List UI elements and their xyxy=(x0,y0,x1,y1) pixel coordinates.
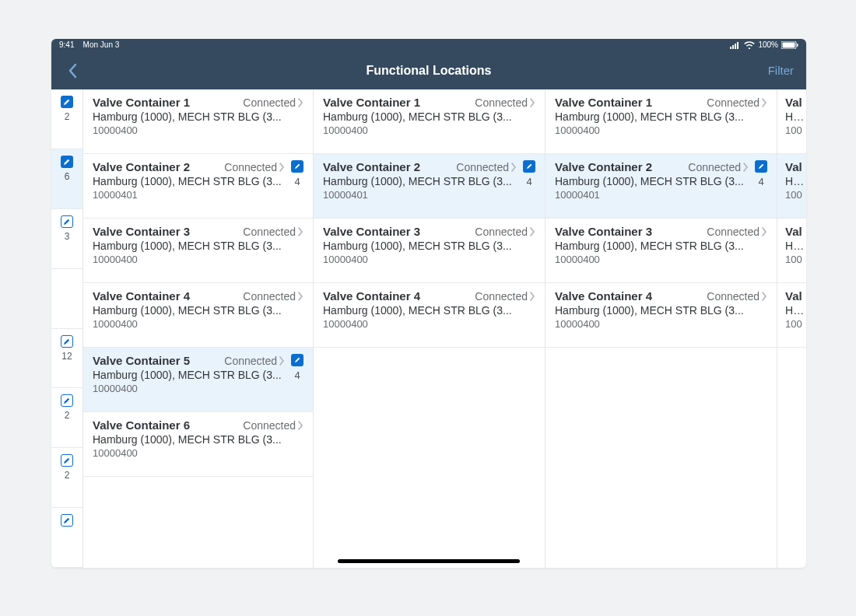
item-status-text: Connected xyxy=(243,419,296,432)
item-subtitle: Ham xyxy=(785,110,806,123)
edit-icon xyxy=(61,454,73,467)
list-item[interactable]: ValHam100 xyxy=(777,154,806,219)
item-title: Val xyxy=(785,96,806,109)
item-subtitle: Hamburg (1000), MECH STR BLG (3... xyxy=(93,369,303,381)
badge-count: 4 xyxy=(758,176,763,187)
filter-button[interactable]: Filter xyxy=(768,64,794,77)
item-status-text: Connected xyxy=(456,161,509,173)
item-subtitle: Hamburg (1000), MECH STR BLG (3... xyxy=(323,304,535,317)
sidebar-item-2[interactable]: 3 xyxy=(51,209,82,269)
item-title: Valve Container 3 xyxy=(323,225,470,238)
status-time: 9:41 xyxy=(59,40,74,49)
item-status: Connected xyxy=(243,96,303,109)
item-status-text: Connected xyxy=(707,96,760,109)
item-status: Connected xyxy=(243,419,303,432)
item-id: 10000400 xyxy=(93,447,303,459)
chevron-right-icon xyxy=(279,163,285,172)
pane-2: Valve Container 1ConnectedHamburg (1000)… xyxy=(546,89,777,568)
item-title: Valve Container 1 xyxy=(93,96,238,109)
chevron-right-icon xyxy=(297,98,303,107)
list-item[interactable]: Valve Container 1ConnectedHamburg (1000)… xyxy=(83,89,313,154)
item-title: Val xyxy=(785,289,806,303)
list-item[interactable]: Valve Container 2ConnectedHamburg (1000)… xyxy=(546,154,777,219)
status-date: Mon Jun 3 xyxy=(83,40,120,49)
sidebar-item-6[interactable]: 2 xyxy=(51,448,82,508)
chevron-right-icon xyxy=(529,227,535,236)
svg-rect-6 xyxy=(797,44,798,47)
item-badge: 4 xyxy=(291,160,303,187)
item-title: Valve Container 2 xyxy=(323,160,451,173)
item-title: Valve Container 2 xyxy=(555,160,683,173)
edit-icon xyxy=(61,96,73,108)
list-item[interactable]: Valve Container 2ConnectedHamburg (1000)… xyxy=(314,154,545,219)
svg-rect-2 xyxy=(735,44,736,49)
list-item[interactable]: Valve Container 2ConnectedHamburg (1000)… xyxy=(83,154,313,219)
edit-icon xyxy=(61,156,73,168)
item-subtitle: Hamburg (1000), MECH STR BLG (3... xyxy=(93,110,303,123)
list-item[interactable]: Valve Container 6ConnectedHamburg (1000)… xyxy=(83,412,313,477)
item-status-text: Connected xyxy=(243,290,296,303)
edit-icon xyxy=(61,394,73,407)
item-id: 10000400 xyxy=(555,318,767,330)
status-right: 100% xyxy=(730,39,798,51)
sidebar-item-5[interactable]: 2 xyxy=(51,388,82,448)
item-title: Valve Container 6 xyxy=(93,418,238,432)
item-subtitle: Ham xyxy=(785,304,806,317)
edit-icon xyxy=(61,514,73,527)
chevron-right-icon xyxy=(529,98,535,107)
item-title: Valve Container 4 xyxy=(323,289,470,303)
chevron-right-icon xyxy=(529,292,535,301)
list-item[interactable]: Valve Container 4ConnectedHamburg (1000)… xyxy=(314,283,545,348)
chevron-right-icon xyxy=(761,98,767,107)
item-subtitle: Hamburg (1000), MECH STR BLG (3... xyxy=(555,240,767,252)
item-status-text: Connected xyxy=(688,161,741,173)
item-id: 10000401 xyxy=(93,189,303,201)
chevron-right-icon xyxy=(279,356,285,366)
wifi-icon xyxy=(744,41,755,49)
chevron-right-icon xyxy=(761,227,767,236)
sidebar-count: 3 xyxy=(65,231,70,242)
item-status: Connected xyxy=(224,355,285,367)
item-id: 10000400 xyxy=(93,124,303,136)
item-title: Valve Container 2 xyxy=(93,160,219,173)
item-title: Valve Container 3 xyxy=(93,225,238,238)
svg-rect-0 xyxy=(730,47,731,49)
item-id: 100 xyxy=(785,124,806,136)
item-status: Connected xyxy=(243,226,303,238)
item-subtitle: Hamburg (1000), MECH STR BLG (3... xyxy=(555,175,767,187)
list-item[interactable]: ValHam100 xyxy=(777,89,806,154)
item-id: 10000400 xyxy=(93,318,303,330)
page-title: Functional Locations xyxy=(367,64,492,78)
list-item[interactable]: ValHam100 xyxy=(777,219,806,283)
list-item[interactable]: Valve Container 4ConnectedHamburg (1000)… xyxy=(83,283,313,348)
svg-rect-3 xyxy=(737,42,738,49)
sidebar-item-3[interactable] xyxy=(51,269,82,329)
item-status: Connected xyxy=(707,290,767,303)
item-id: 10000401 xyxy=(555,189,767,201)
list-item[interactable]: Valve Container 5ConnectedHamburg (1000)… xyxy=(83,348,313,412)
item-id: 100 xyxy=(785,189,806,201)
item-title: Val xyxy=(785,225,806,238)
content: 2631222 Valve Container 1ConnectedHambur… xyxy=(51,89,806,568)
list-item[interactable]: Valve Container 1ConnectedHamburg (1000)… xyxy=(314,89,545,154)
list-item[interactable]: Valve Container 1ConnectedHamburg (1000)… xyxy=(546,89,777,154)
list-item[interactable]: ValHam100 xyxy=(777,283,806,348)
item-status: Connected xyxy=(688,161,749,173)
sidebar-item-7[interactable] xyxy=(51,508,82,568)
item-id: 10000400 xyxy=(323,318,535,330)
item-status-text: Connected xyxy=(475,226,528,238)
pane-0: Valve Container 1ConnectedHamburg (1000)… xyxy=(83,89,314,568)
sidebar-item-0[interactable]: 2 xyxy=(51,89,82,149)
item-id: 10000400 xyxy=(323,124,535,136)
back-button[interactable] xyxy=(67,63,78,79)
item-title: Val xyxy=(785,160,806,173)
sidebar-item-1[interactable]: 6 xyxy=(51,149,82,209)
list-item[interactable]: Valve Container 3ConnectedHamburg (1000)… xyxy=(546,219,777,283)
edit-icon xyxy=(61,215,73,228)
item-badge: 4 xyxy=(523,160,535,187)
sidebar-item-4[interactable]: 12 xyxy=(51,329,82,389)
list-item[interactable]: Valve Container 3ConnectedHamburg (1000)… xyxy=(314,219,545,283)
sidebar-count: 6 xyxy=(65,171,70,182)
list-item[interactable]: Valve Container 4ConnectedHamburg (1000)… xyxy=(546,283,777,348)
list-item[interactable]: Valve Container 3ConnectedHamburg (1000)… xyxy=(83,219,313,283)
